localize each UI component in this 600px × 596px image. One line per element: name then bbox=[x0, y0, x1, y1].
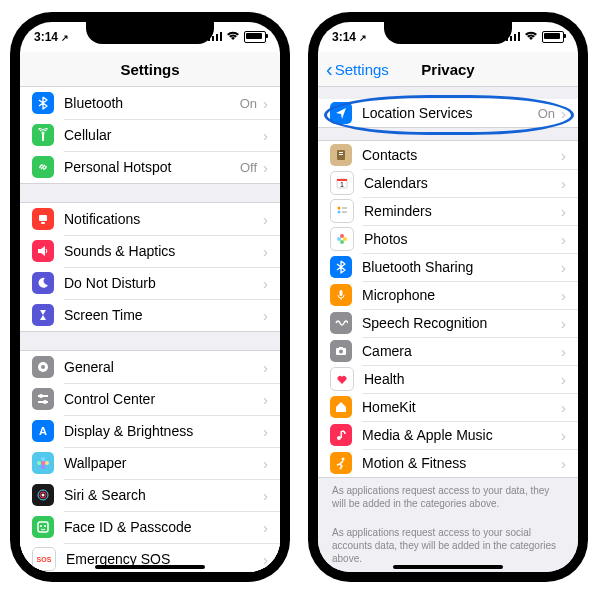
chevron-right-icon: › bbox=[561, 176, 566, 191]
row-label: Reminders bbox=[364, 203, 561, 219]
row-label: Health bbox=[364, 371, 561, 387]
footnote: As applications request access to your d… bbox=[318, 478, 578, 520]
row-faceid[interactable]: Face ID & Passcode› bbox=[20, 511, 280, 543]
row-location[interactable]: Location ServicesOn› bbox=[318, 99, 578, 127]
svg-point-9 bbox=[41, 365, 45, 369]
row-photos[interactable]: Photos› bbox=[318, 225, 578, 253]
row-camera[interactable]: Camera› bbox=[318, 337, 578, 365]
row-label: Calendars bbox=[364, 175, 561, 191]
row-label: Screen Time bbox=[64, 307, 263, 323]
row-display[interactable]: ADisplay & Brightness› bbox=[20, 415, 280, 447]
svg-point-18 bbox=[41, 465, 45, 469]
svg-point-40 bbox=[338, 211, 341, 214]
camera-icon bbox=[330, 340, 352, 362]
home-indicator[interactable] bbox=[95, 565, 205, 569]
home-indicator[interactable] bbox=[393, 565, 503, 569]
svg-point-39 bbox=[338, 207, 341, 210]
row-siri[interactable]: Siri & Search› bbox=[20, 479, 280, 511]
row-mic[interactable]: Microphone› bbox=[318, 281, 578, 309]
row-value: Off bbox=[240, 160, 257, 175]
svg-point-16 bbox=[41, 457, 45, 461]
row-hotspot[interactable]: Personal HotspotOff› bbox=[20, 151, 280, 183]
chevron-right-icon: › bbox=[263, 392, 268, 407]
notch bbox=[384, 22, 512, 44]
chevron-right-icon: › bbox=[263, 96, 268, 111]
row-reminders[interactable]: Reminders› bbox=[318, 197, 578, 225]
row-label: Personal Hotspot bbox=[64, 159, 240, 175]
calendars-icon: 1 bbox=[330, 171, 354, 195]
chevron-right-icon: › bbox=[561, 288, 566, 303]
svg-point-50 bbox=[339, 350, 343, 354]
row-label: Contacts bbox=[362, 147, 561, 163]
row-bluetooth[interactable]: BluetoothOn› bbox=[20, 87, 280, 119]
back-button[interactable]: ‹ Settings bbox=[326, 59, 389, 79]
row-general[interactable]: General› bbox=[20, 351, 280, 383]
sos-icon: SOS bbox=[32, 547, 56, 571]
status-right bbox=[506, 30, 564, 44]
row-controlcenter[interactable]: Control Center› bbox=[20, 383, 280, 415]
svg-point-45 bbox=[340, 240, 344, 244]
health-icon bbox=[330, 367, 354, 391]
svg-point-43 bbox=[340, 234, 344, 238]
dnd-icon bbox=[32, 272, 54, 294]
chevron-right-icon: › bbox=[263, 424, 268, 439]
homekit-icon bbox=[330, 396, 352, 418]
media-icon bbox=[330, 424, 352, 446]
row-label: Microphone bbox=[362, 287, 561, 303]
row-health[interactable]: Health› bbox=[318, 365, 578, 393]
row-speech[interactable]: Speech Recognition› bbox=[318, 309, 578, 337]
row-sounds[interactable]: Sounds & Haptics› bbox=[20, 235, 280, 267]
settings-list[interactable]: BluetoothOn›Cellular›Personal HotspotOff… bbox=[20, 87, 280, 572]
svg-point-44 bbox=[343, 237, 347, 241]
row-motion[interactable]: Motion & Fitness› bbox=[318, 449, 578, 477]
row-label: Camera bbox=[362, 343, 561, 359]
chevron-right-icon: › bbox=[263, 520, 268, 535]
battery-icon bbox=[542, 31, 564, 43]
row-notifications[interactable]: Notifications› bbox=[20, 203, 280, 235]
screentime-icon bbox=[32, 304, 54, 326]
chevron-right-icon: › bbox=[561, 316, 566, 331]
privacy-list[interactable]: Location ServicesOn›Contacts›1Calendars›… bbox=[318, 87, 578, 572]
svg-rect-1 bbox=[212, 36, 214, 41]
location-indicator-icon: ↗ bbox=[61, 33, 69, 43]
row-label: Cellular bbox=[64, 127, 263, 143]
row-screentime[interactable]: Screen Time› bbox=[20, 299, 280, 331]
speech-icon bbox=[330, 312, 352, 334]
chevron-left-icon: ‹ bbox=[326, 59, 333, 79]
location-icon bbox=[330, 102, 352, 124]
chevron-right-icon: › bbox=[263, 308, 268, 323]
chevron-right-icon: › bbox=[561, 204, 566, 219]
svg-point-15 bbox=[41, 461, 45, 465]
svg-text:1: 1 bbox=[340, 181, 344, 188]
row-label: Sounds & Haptics bbox=[64, 243, 263, 259]
svg-point-17 bbox=[45, 461, 49, 465]
chevron-right-icon: › bbox=[561, 148, 566, 163]
reminders-icon bbox=[330, 199, 354, 223]
row-label: Media & Apple Music bbox=[362, 427, 561, 443]
svg-point-54 bbox=[342, 458, 345, 461]
row-label: Do Not Disturb bbox=[64, 275, 263, 291]
nav-bar: Settings bbox=[20, 52, 280, 87]
chevron-right-icon: › bbox=[263, 552, 268, 567]
general-icon bbox=[32, 356, 54, 378]
chevron-right-icon: › bbox=[263, 456, 268, 471]
chevron-right-icon: › bbox=[263, 244, 268, 259]
chevron-right-icon: › bbox=[561, 106, 566, 121]
row-homekit[interactable]: HomeKit› bbox=[318, 393, 578, 421]
wifi-icon bbox=[524, 30, 538, 44]
row-calendars[interactable]: 1Calendars› bbox=[318, 169, 578, 197]
row-btshare[interactable]: Bluetooth Sharing› bbox=[318, 253, 578, 281]
row-dnd[interactable]: Do Not Disturb› bbox=[20, 267, 280, 299]
svg-rect-2 bbox=[216, 34, 218, 41]
row-cellular[interactable]: Cellular› bbox=[20, 119, 280, 151]
phone-frame-left: 3:14 ↗ Settings BluetoothOn›Cellular›Per… bbox=[10, 12, 290, 582]
bluetooth-sharing-icon bbox=[330, 256, 352, 278]
control-center-icon bbox=[32, 388, 54, 410]
chevron-right-icon: › bbox=[561, 344, 566, 359]
chevron-right-icon: › bbox=[561, 456, 566, 471]
row-wallpaper[interactable]: Wallpaper› bbox=[20, 447, 280, 479]
row-media[interactable]: Media & Apple Music› bbox=[318, 421, 578, 449]
row-label: Bluetooth Sharing bbox=[362, 259, 561, 275]
microphone-icon bbox=[330, 284, 352, 306]
row-contacts[interactable]: Contacts› bbox=[318, 141, 578, 169]
